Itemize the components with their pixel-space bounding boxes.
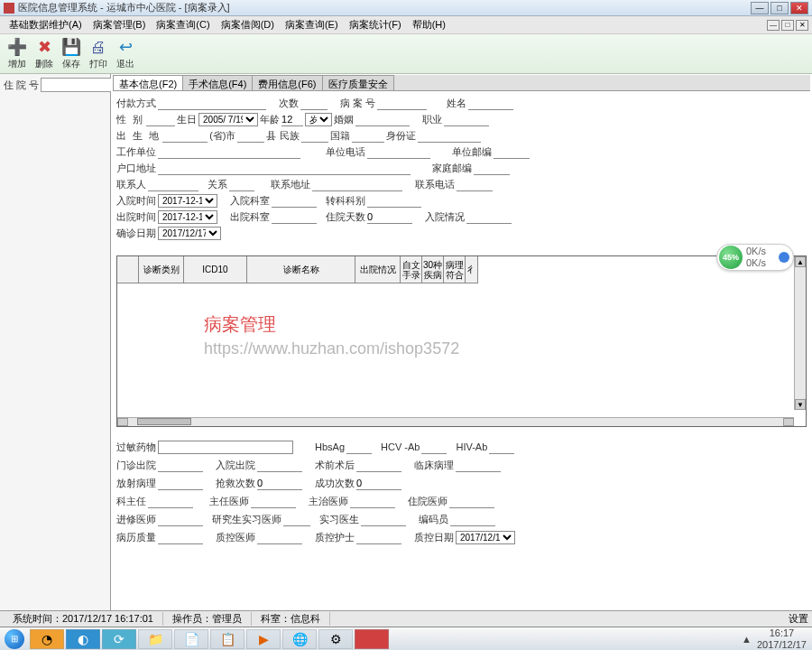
tray-clock[interactable]: 16:172017/12/17	[757, 627, 807, 649]
clinical-pathology-input[interactable]	[456, 459, 501, 472]
dept-head-input[interactable]	[148, 495, 193, 508]
task-app10[interactable]	[355, 629, 389, 649]
start-button[interactable]: ⊞	[0, 627, 29, 651]
home-addr-input[interactable]	[158, 162, 411, 175]
menu-record-mgmt[interactable]: 病案管理(B)	[88, 16, 152, 33]
task-app4[interactable]: 📁	[138, 629, 172, 649]
tab-surgery-info[interactable]: 手术信息(F4)	[182, 75, 253, 90]
vertical-scrollbar[interactable]: ▲ ▼	[794, 256, 806, 410]
ethnic-input[interactable]	[301, 129, 328, 143]
attending-input[interactable]	[350, 495, 395, 508]
qc-date-input[interactable]: 2017/12/17	[456, 531, 515, 544]
scroll-down-icon[interactable]: ▼	[795, 399, 806, 410]
unit-zip-input[interactable]	[494, 145, 530, 159]
task-app1[interactable]: ◔	[30, 629, 64, 649]
pay-method-input[interactable]	[158, 97, 266, 110]
contact-phone-input[interactable]	[457, 178, 493, 191]
scroll-left-icon[interactable]	[117, 418, 128, 426]
task-app3[interactable]: ⟳	[102, 629, 136, 649]
age-input[interactable]	[281, 113, 303, 126]
menu-record-query[interactable]: 病案查询(C)	[151, 16, 215, 33]
tab-fee-info[interactable]: 费用信息(F6)	[252, 75, 322, 90]
radiology-input[interactable]	[158, 477, 203, 490]
task-app7[interactable]: ▶	[246, 629, 281, 649]
col-diag-type[interactable]: 诊断类别	[139, 256, 184, 283]
menu-basic-data[interactable]: 基础数据维护(A)	[4, 16, 88, 33]
tab-quality[interactable]: 医疗质量安全	[322, 75, 394, 90]
contact-input[interactable]	[148, 178, 198, 191]
qc-nurse-input[interactable]	[356, 531, 401, 544]
confirm-date-input[interactable]: 2017/12/17	[158, 227, 221, 240]
task-app8[interactable]: 🌐	[282, 629, 317, 649]
birthplace-input[interactable]	[162, 129, 208, 143]
hbsag-input[interactable]	[346, 441, 372, 454]
task-app9[interactable]: ⚙	[318, 629, 353, 649]
mdi-restore[interactable]: □	[781, 20, 794, 31]
tab-basic-info[interactable]: 基本信息(F2)	[113, 75, 183, 90]
birthday-input[interactable]: 2005/ 7/19	[198, 113, 258, 126]
scroll-right-icon[interactable]	[783, 418, 794, 426]
menu-record-borrow[interactable]: 病案借阅(D)	[216, 16, 280, 33]
task-app2[interactable]: ◐	[66, 629, 100, 649]
work-unit-input[interactable]	[158, 145, 300, 159]
status-settings[interactable]: 设置	[789, 612, 808, 626]
nationality-input[interactable]	[352, 129, 384, 143]
relation-input[interactable]	[229, 178, 254, 191]
delete-button[interactable]: ✖删除	[31, 36, 58, 72]
preop-postop-input[interactable]	[356, 459, 401, 472]
task-app5[interactable]: 📄	[174, 629, 208, 649]
graduate-intern-input[interactable]	[283, 513, 310, 526]
stay-days-input[interactable]	[367, 210, 412, 224]
chief-physician-input[interactable]	[251, 495, 296, 508]
add-button[interactable]: ➕增加	[4, 36, 31, 72]
rescue-times-input[interactable]	[257, 477, 302, 490]
save-button[interactable]: 💾保存	[58, 36, 85, 72]
province-input[interactable]	[237, 129, 264, 143]
menu-record-stats[interactable]: 病案统计(F)	[344, 16, 407, 33]
scroll-up-icon[interactable]: ▲	[795, 256, 806, 267]
admit-dept-input[interactable]	[272, 194, 317, 208]
record-no-input[interactable]	[377, 97, 427, 110]
col-discharge-status[interactable]: 出院情况	[355, 256, 401, 283]
unit-phone-input[interactable]	[367, 145, 430, 159]
times-input[interactable]	[300, 97, 328, 110]
marriage-input[interactable]	[355, 113, 410, 126]
mdi-close[interactable]: ✕	[796, 20, 808, 31]
discharge-time-input[interactable]: 2017-12-17	[158, 210, 217, 224]
minimize-button[interactable]: —	[751, 2, 769, 14]
idcard-input[interactable]	[418, 129, 481, 143]
col-pathology[interactable]: 病理 符合	[444, 256, 466, 283]
admit-discharge-input[interactable]	[257, 459, 302, 472]
mdi-minimize[interactable]: —	[767, 20, 780, 31]
transfer-dept-input[interactable]	[367, 194, 421, 208]
record-quality-input[interactable]	[158, 531, 203, 544]
exit-button[interactable]: ↩退出	[112, 36, 139, 72]
maximize-button[interactable]: □	[770, 2, 789, 14]
task-app6[interactable]: 📋	[210, 629, 245, 649]
gender-input[interactable]	[146, 113, 175, 126]
name-input[interactable]	[468, 97, 513, 110]
admit-status-input[interactable]	[466, 210, 512, 224]
age-unit-select[interactable]: 岁	[305, 113, 332, 126]
allergy-input[interactable]	[158, 441, 293, 454]
tray-flag-icon[interactable]: ▲	[742, 634, 752, 645]
col-30disease[interactable]: 30种 疾病	[422, 256, 444, 283]
coder-input[interactable]	[450, 513, 495, 526]
success-times-input[interactable]	[356, 477, 401, 490]
col-self-text[interactable]: 自文 手录	[401, 256, 422, 283]
col-icd10[interactable]: ICD10	[184, 256, 247, 283]
contact-addr-input[interactable]	[312, 178, 402, 191]
network-widget[interactable]: 45% 0K/s0K/s	[716, 244, 794, 271]
admit-time-input[interactable]: 2017-12-17	[158, 194, 217, 208]
system-tray[interactable]: ▲ 16:172017/12/17	[736, 627, 812, 649]
hiv-input[interactable]	[489, 441, 514, 454]
resident-input[interactable]	[449, 495, 494, 508]
horizontal-scrollbar[interactable]	[117, 417, 794, 426]
col-diag-name[interactable]: 诊断名称	[247, 256, 355, 283]
menu-help[interactable]: 帮助(H)	[407, 16, 451, 33]
outpatient-input[interactable]	[158, 459, 203, 472]
further-physician-input[interactable]	[158, 513, 203, 526]
menu-record-query2[interactable]: 病案查询(E)	[280, 16, 344, 33]
print-button[interactable]: 🖨打印	[85, 36, 112, 72]
intern-input[interactable]	[361, 513, 406, 526]
